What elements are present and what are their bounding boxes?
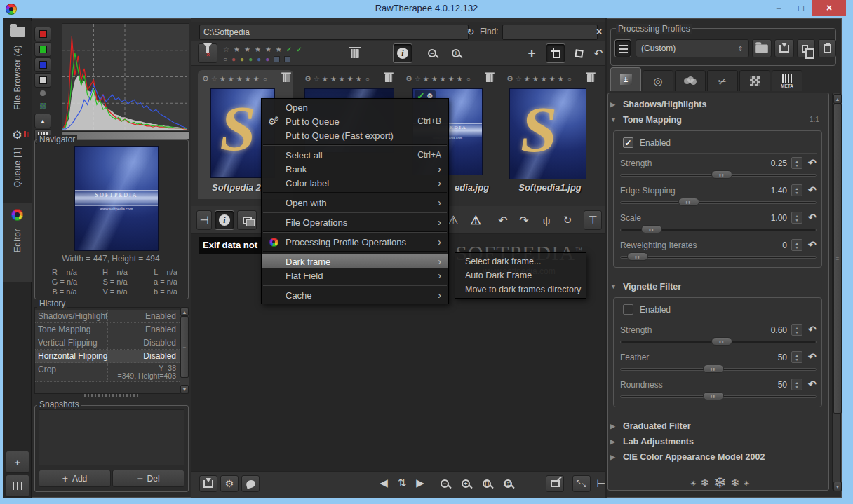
minimize-button[interactable]: − [769,1,788,15]
profile-select[interactable]: (Custom) ⇕ [636,39,749,57]
gears-icon[interactable]: ⚙ [202,74,209,83]
spinner[interactable]: ▲▼ [791,184,802,196]
gears-icon[interactable]: ⚙ [506,74,513,83]
refresh-icon[interactable]: ↻ [464,25,477,39]
trash-button[interactable] [384,74,393,84]
saved-filter-icon[interactable] [284,56,290,62]
trash-button[interactable] [586,74,595,84]
undo-button[interactable]: ↶ [494,210,512,230]
find-input[interactable] [502,25,598,40]
star-icon[interactable]: ★ [236,75,243,83]
star-empty-icon[interactable]: ☆ [223,46,229,53]
straighten-button[interactable]: + [523,43,540,63]
star-icon[interactable]: ★ [322,75,328,83]
menu-item-flat-field[interactable]: Flat Field› [262,268,448,282]
tool-section-collapsed[interactable]: ▶CIE Color Appearance Model 2002 [610,451,821,463]
color-dot-icon[interactable]: ● [257,55,261,63]
star-icon[interactable]: ★ [448,75,455,83]
slider-thumb[interactable]: ▮▮ [703,365,724,373]
reset-button[interactable]: ↶ [808,212,817,223]
star-icon[interactable]: ★ [549,75,556,83]
gears-icon[interactable]: ⚙ [405,74,412,83]
menu-item-select-all[interactable]: Select allCtrl+A [262,148,448,162]
snapshot-add-button[interactable]: +Add [39,470,111,487]
redo-button[interactable]: ↷ [515,210,533,230]
menu-item-put-to-queue[interactable]: ⚙⚙Put to QueueCtrl+B [262,114,448,128]
spinner[interactable]: ▲▼ [791,239,802,251]
spinner[interactable]: ▲▼ [791,157,802,169]
transform-button[interactable] [570,43,588,63]
check-icon[interactable]: ✓ [296,46,302,53]
circle-icon[interactable]: ○ [263,75,267,83]
histogram-channel-red[interactable] [34,27,51,41]
slider-thumb[interactable]: ▮▮ [641,225,662,233]
circle-icon[interactable]: ○ [567,75,572,83]
highlight-clip-button[interactable]: ⚠ [466,210,485,230]
zoom-out-button[interactable]: − [424,45,441,62]
rotate-left-button[interactable]: ↶ [592,43,605,63]
tool-section-collapsed[interactable]: ▶Shadows/Highlights [610,98,821,111]
queue-image-button[interactable]: ⚙ [220,475,239,492]
menu-item-open[interactable]: Open [262,100,448,114]
menu-item-cache[interactable]: Cache› [262,288,448,302]
star-icon[interactable]: ★ [532,75,539,83]
spinner[interactable]: ▲▼ [791,351,802,363]
star-empty-icon[interactable]: ☆ [516,75,522,83]
slider-thumb[interactable]: ▮▮ [703,392,724,400]
menu-item-open-with[interactable]: Open with› [262,196,448,210]
enabled-checkbox[interactable] [623,304,633,315]
menu-item-rank[interactable]: Rank› [262,162,448,176]
menu-item-file-operations[interactable]: File Operations› [262,215,448,229]
crop-button[interactable] [546,43,565,63]
color-dot-icon[interactable]: ● [248,55,253,63]
slider-track[interactable] [620,256,817,259]
star-icon[interactable]: ★ [234,46,240,53]
snapshot-del-button[interactable]: −Del [112,470,184,487]
reset-button[interactable]: ↶ [808,351,817,362]
star-icon[interactable]: ★ [245,75,251,83]
menu-item-dark-frame[interactable]: Dark frame› [262,254,448,268]
hide-left-panel-button[interactable]: ⊣ [196,210,212,230]
gears-icon[interactable]: ⚙ [304,74,311,83]
history-row[interactable]: Horizontal FlippingDisabled [35,350,180,363]
zoom-fit-button[interactable]: [] [478,475,495,492]
check-icon[interactable]: ✓ [286,46,292,53]
histogram-channel-green[interactable] [34,42,51,57]
tool-tab-detail[interactable]: ◎ [643,70,673,91]
histogram-scale-button[interactable]: ▲ [34,114,51,128]
star-icon[interactable]: ★ [431,75,438,83]
filmstrip-toggle-button[interactable] [6,475,29,497]
tab-queue[interactable]: ⚙Queue [1] [3,123,32,209]
star-empty-icon[interactable]: ☆ [314,75,320,83]
path-input[interactable] [199,25,469,40]
star-icon[interactable]: ★ [524,75,530,83]
histogram-channel-luma[interactable] [34,73,51,88]
menu-item-processing-profile-operations[interactable]: Processing Profile Operations› [262,235,448,249]
star-icon[interactable]: ★ [244,46,250,53]
scroll-down-icon[interactable]: ▼ [180,385,189,393]
star-icon[interactable]: ★ [255,46,261,53]
statusbar-zoom-in-button[interactable]: + [457,475,474,492]
history-resize-grip[interactable] [84,394,140,397]
spinner[interactable]: ▲▼ [791,379,802,390]
star-icon[interactable]: ★ [330,75,337,83]
color-dot-icon[interactable]: ● [265,55,269,63]
scroll-up-icon[interactable]: ▲ [180,308,189,316]
updown-navigation-button[interactable]: ⇅ [394,474,410,492]
star-icon[interactable]: ★ [220,75,226,83]
save-image-button[interactable] [199,475,217,492]
previous-image-button[interactable]: ◀ [376,474,391,492]
profile-copy-button[interactable] [797,39,815,57]
hide-top-panel-button[interactable]: ⊤ [584,210,602,230]
tool-tab-raw[interactable] [739,70,770,91]
history-table[interactable]: Shadows/HighlightsEnabledTone MappingEna… [34,307,180,394]
profile-list-button[interactable] [614,39,631,57]
star-icon[interactable]: ★ [457,75,463,83]
profile-paste-button[interactable] [818,39,836,57]
fullscreen-button[interactable]: ↖↘ [572,475,591,492]
tool-section-collapsed[interactable]: ▶Lab Adjustments [610,435,821,448]
rotate-button[interactable]: ↻ [558,210,577,230]
scroll-thumb[interactable]: ≡ [180,316,189,378]
maximize-button[interactable]: □ [791,1,811,15]
submenu-item-move-to-dark-frames-directory[interactable]: Move to dark frames directory [455,282,586,297]
